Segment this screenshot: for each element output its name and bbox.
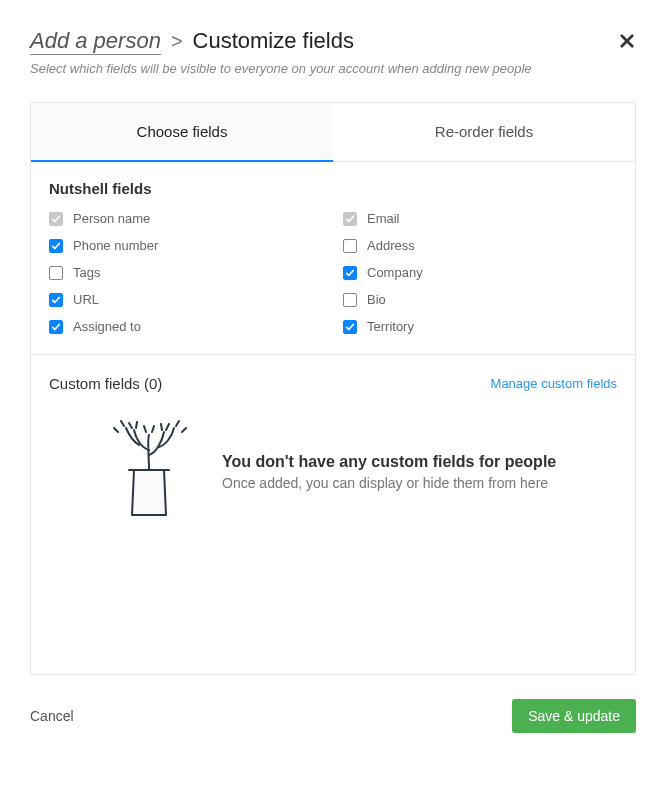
field-tags: Tags (49, 265, 323, 280)
svg-line-11 (182, 428, 186, 432)
field-person-name: Person name (49, 211, 323, 226)
field-assigned-to: Assigned to (49, 319, 323, 334)
checkbox-url[interactable] (49, 293, 63, 307)
cactus-icon (104, 420, 194, 524)
svg-line-10 (114, 428, 118, 432)
checkbox-address[interactable] (343, 239, 357, 253)
field-label: Territory (367, 319, 414, 334)
checkbox-assigned-to[interactable] (49, 320, 63, 334)
breadcrumb-separator: > (171, 30, 183, 53)
svg-line-8 (121, 421, 124, 426)
close-icon (618, 32, 636, 50)
field-company: Company (343, 265, 617, 280)
checkbox-phone[interactable] (49, 239, 63, 253)
field-address: Address (343, 238, 617, 253)
svg-line-2 (144, 426, 146, 432)
svg-line-5 (136, 422, 137, 428)
checkbox-territory[interactable] (343, 320, 357, 334)
fields-panel: Choose fields Re-order fields Nutshell f… (30, 102, 636, 675)
field-phone: Phone number (49, 238, 323, 253)
close-button[interactable] (618, 32, 636, 54)
svg-line-3 (152, 426, 154, 432)
field-label: Email (367, 211, 400, 226)
checkbox-company[interactable] (343, 266, 357, 280)
empty-state-title: You don't have any custom fields for peo… (222, 453, 617, 471)
field-label: Assigned to (73, 319, 141, 334)
empty-state-subtitle: Once added, you can display or hide them… (222, 475, 617, 491)
field-label: Phone number (73, 238, 158, 253)
manage-custom-fields-link[interactable]: Manage custom fields (491, 376, 617, 391)
tab-choose-fields[interactable]: Choose fields (31, 103, 333, 162)
nutshell-fields-section: Nutshell fields Person name Email Phone … (31, 162, 635, 354)
page-title: Customize fields (193, 28, 354, 54)
svg-line-4 (129, 423, 132, 428)
field-label: URL (73, 292, 99, 307)
save-button[interactable]: Save & update (512, 699, 636, 733)
svg-line-9 (176, 421, 179, 426)
svg-line-7 (166, 424, 169, 430)
checkbox-email (343, 212, 357, 226)
field-territory: Territory (343, 319, 617, 334)
nutshell-fields-grid: Person name Email Phone number Address T… (49, 211, 617, 334)
field-bio: Bio (343, 292, 617, 307)
checkbox-bio[interactable] (343, 293, 357, 307)
checkbox-tags[interactable] (49, 266, 63, 280)
page-subtitle: Select which fields will be visible to e… (30, 61, 636, 76)
field-label: Company (367, 265, 423, 280)
field-url: URL (49, 292, 323, 307)
field-label: Tags (73, 265, 100, 280)
field-label: Bio (367, 292, 386, 307)
tab-reorder-fields[interactable]: Re-order fields (333, 103, 635, 162)
breadcrumb: Add a person > Customize fields (30, 28, 636, 55)
custom-fields-section: Custom fields (0) Manage custom fields (31, 354, 635, 674)
breadcrumb-parent-link[interactable]: Add a person (30, 28, 161, 55)
custom-fields-title: Custom fields (0) (49, 375, 162, 392)
cancel-button[interactable]: Cancel (30, 708, 74, 724)
footer: Cancel Save & update (30, 699, 636, 733)
nutshell-fields-title: Nutshell fields (49, 180, 617, 197)
field-label: Person name (73, 211, 150, 226)
checkbox-person-name (49, 212, 63, 226)
field-email: Email (343, 211, 617, 226)
empty-state: You don't have any custom fields for peo… (49, 420, 617, 524)
field-label: Address (367, 238, 415, 253)
svg-line-6 (161, 424, 162, 430)
tabs: Choose fields Re-order fields (31, 103, 635, 162)
